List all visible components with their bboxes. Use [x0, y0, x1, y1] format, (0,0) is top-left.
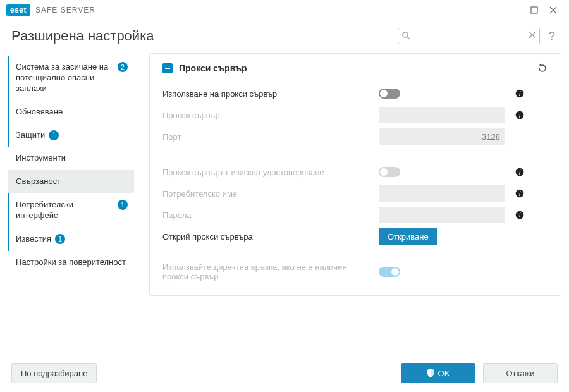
- sidebar-item-label: Система за засичане на потенциално опасн…: [16, 62, 114, 94]
- brand-logo: eset: [6, 4, 30, 16]
- x-icon: [529, 31, 536, 39]
- sidebar: Система за засичане на потенциално опасн…: [8, 53, 134, 354]
- label-detect: Открий прокси сървъра: [162, 232, 371, 242]
- sidebar-item-label: Потребителски интерфейс: [16, 200, 114, 221]
- minus-icon: [164, 65, 171, 71]
- input-username[interactable]: [379, 185, 505, 202]
- search-clear-button[interactable]: [529, 31, 536, 39]
- row-port: Порт: [162, 126, 548, 147]
- section-title: Прокси сървър: [179, 63, 530, 73]
- cancel-button[interactable]: Откажи: [483, 363, 558, 383]
- sidebar-badge: 2: [118, 62, 128, 72]
- detect-button[interactable]: Откриване: [379, 228, 437, 245]
- sidebar-item-label: Настройки за поверителност: [16, 257, 126, 268]
- sidebar-item-3[interactable]: Инструменти: [8, 147, 134, 170]
- title-bar: eset SAFE SERVER: [0, 0, 569, 20]
- row-use-proxy: Използване на прокси сървър i: [162, 83, 548, 104]
- sidebar-item-6[interactable]: Известия1: [8, 228, 134, 251]
- info-icon[interactable]: i: [515, 189, 524, 198]
- label-auth: Прокси сървърът изисква удостоверяване: [162, 168, 371, 177]
- main: Система за засичане на потенциално опасн…: [0, 53, 569, 354]
- help-button[interactable]: ?: [546, 30, 558, 43]
- info-icon[interactable]: i: [515, 211, 524, 219]
- input-proxy-host[interactable]: [379, 107, 505, 123]
- label-proxy-host: Прокси сървър: [162, 111, 371, 120]
- window-close-button[interactable]: [544, 3, 563, 18]
- ok-label: OK: [438, 369, 450, 378]
- sidebar-item-7[interactable]: Настройки за поверителност: [8, 251, 134, 274]
- input-password[interactable]: [379, 207, 505, 223]
- ok-button[interactable]: OK: [401, 363, 475, 383]
- window-maximize-button[interactable]: [525, 3, 544, 18]
- label-password: Парола: [162, 211, 371, 220]
- product-name: SAFE SERVER: [35, 6, 95, 15]
- label-direct: Използвайте директна връзка, ако не е на…: [162, 262, 371, 281]
- info-icon[interactable]: i: [515, 168, 524, 176]
- sidebar-item-1[interactable]: Обновяване: [8, 101, 134, 124]
- sidebar-badge: 1: [49, 130, 59, 140]
- row-proxy-host: Прокси сървър i: [162, 104, 548, 126]
- collapse-toggle[interactable]: [162, 63, 173, 73]
- sidebar-item-label: Свързаност: [16, 176, 61, 187]
- undo-icon: [537, 63, 548, 74]
- toggle-direct[interactable]: [379, 267, 400, 277]
- square-icon: [530, 6, 538, 14]
- header: Разширена настройка ?: [0, 20, 569, 53]
- settings-panel: Прокси сървър Използване на прокси сървъ…: [149, 53, 561, 296]
- toggle-use-proxy[interactable]: [379, 89, 400, 99]
- search-input[interactable]: [398, 28, 540, 44]
- sidebar-item-label: Инструменти: [16, 153, 66, 164]
- row-password: Парола i: [162, 204, 548, 226]
- info-icon[interactable]: i: [515, 89, 524, 98]
- svg-rect-0: [531, 7, 537, 13]
- footer: По подразбиране OK Откажи: [0, 354, 569, 392]
- sidebar-item-2[interactable]: Защити1: [8, 124, 134, 147]
- row-username: Потребителско име i: [162, 183, 548, 204]
- label-use-proxy: Използване на прокси сървър: [162, 89, 371, 99]
- input-port[interactable]: [379, 128, 505, 145]
- info-icon[interactable]: i: [515, 111, 524, 119]
- label-username: Потребителско име: [162, 189, 371, 199]
- svg-line-4: [407, 37, 410, 39]
- sidebar-item-label: Обновяване: [16, 107, 63, 118]
- defaults-button[interactable]: По подразбиране: [11, 363, 97, 383]
- sidebar-item-5[interactable]: Потребителски интерфейс1: [8, 193, 134, 228]
- close-icon: [549, 6, 557, 14]
- row-auth: Прокси сървърът изисква удостоверяване i: [162, 161, 548, 183]
- search-icon: [401, 31, 410, 40]
- sidebar-item-label: Известия: [16, 234, 51, 245]
- revert-button[interactable]: [537, 63, 548, 74]
- sidebar-item-0[interactable]: Система за засичане на потенциално опасн…: [8, 56, 134, 101]
- section-header: Прокси сървър: [162, 63, 548, 74]
- svg-point-3: [403, 32, 408, 37]
- sidebar-badge: 1: [55, 234, 65, 244]
- search-wrap: [398, 28, 540, 44]
- toggle-auth[interactable]: [379, 167, 400, 177]
- page-title: Разширена настройка: [11, 28, 154, 44]
- label-port: Порт: [162, 132, 371, 142]
- row-direct: Използвайте директна връзка, ако не е на…: [162, 261, 548, 283]
- shield-icon: [427, 369, 434, 377]
- sidebar-item-4[interactable]: Свързаност: [8, 170, 134, 193]
- sidebar-badge: 1: [118, 200, 128, 210]
- row-detect: Открий прокси сървъра Откриване: [162, 226, 548, 247]
- sidebar-item-label: Защити: [16, 130, 45, 141]
